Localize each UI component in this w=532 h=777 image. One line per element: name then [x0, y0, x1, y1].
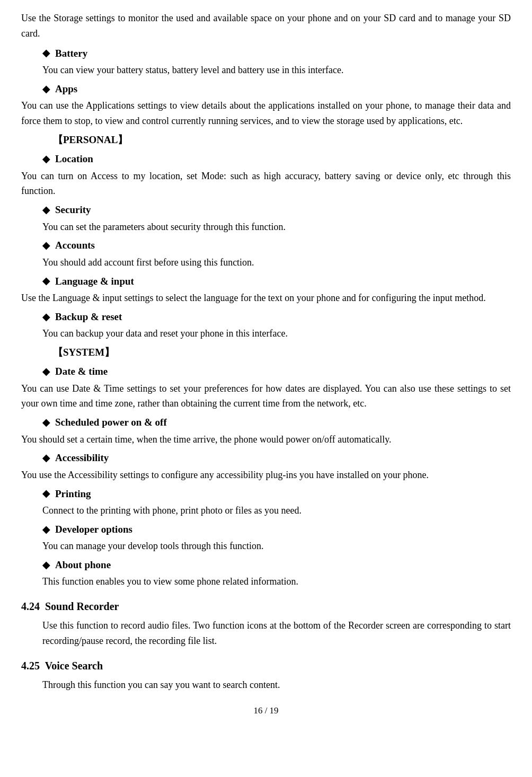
bullet-icon-datetime: ◆ — [42, 364, 50, 379]
security-paragraph: You can set the parameters about securit… — [21, 219, 511, 235]
location-title: Location — [55, 151, 93, 167]
bullet-icon-location: ◆ — [42, 152, 50, 167]
accessibility-title: Accessibility — [55, 450, 109, 466]
sound-recorder-title: Sound Recorder — [45, 601, 119, 612]
top-paragraph: Use the Storage settings to monitor the … — [21, 11, 511, 41]
bullet-icon-security: ◆ — [42, 202, 50, 218]
printing-title: Printing — [55, 486, 91, 502]
accounts-paragraph: You should add account first before usin… — [21, 255, 511, 270]
bullet-icon-language: ◆ — [42, 273, 50, 289]
language-paragraph: Use the Language & input settings to sel… — [21, 290, 511, 306]
sound-recorder-number: 4.24 — [21, 601, 40, 612]
voice-search-paragraph: Through this function you can say you wa… — [21, 677, 511, 693]
accounts-title: Accounts — [55, 237, 95, 253]
datetime-paragraph: You can use Date & Time settings to set … — [21, 381, 511, 412]
main-content: Use the Storage settings to monitor the … — [21, 11, 511, 718]
backup-heading: ◆ Backup & reset — [21, 309, 511, 325]
scheduled-paragraph: You should set a certain time, when the … — [21, 432, 511, 447]
printing-paragraph: Connect to the printing with phone, prin… — [21, 503, 511, 518]
developer-heading: ◆ Developer options — [21, 522, 511, 537]
system-header: 【SYSTEM】 — [21, 345, 511, 360]
backup-paragraph: You can backup your data and reset your … — [21, 326, 511, 341]
scheduled-heading: ◆ Scheduled power on & off — [21, 414, 511, 430]
bullet-icon-scheduled: ◆ — [42, 415, 50, 430]
about-title: About phone — [55, 557, 111, 573]
bullet-icon-apps: ◆ — [42, 82, 50, 97]
printing-heading: ◆ Printing — [21, 486, 511, 502]
voice-search-number: 4.25 — [21, 660, 40, 672]
accessibility-paragraph: You use the Accessibility settings to co… — [21, 467, 511, 483]
bullet-icon-developer: ◆ — [42, 522, 50, 537]
accounts-heading: ◆ Accounts — [21, 237, 511, 253]
scheduled-title: Scheduled power on & off — [55, 414, 167, 430]
bullet-icon-accessibility: ◆ — [42, 451, 50, 466]
backup-title: Backup & reset — [55, 309, 122, 325]
developer-title: Developer options — [55, 522, 132, 537]
datetime-heading: ◆ Date & time — [21, 364, 511, 379]
bullet-icon-battery: ◆ — [42, 46, 50, 61]
bullet-icon-backup: ◆ — [42, 310, 50, 325]
battery-title: Battery — [55, 46, 87, 61]
apps-title: Apps — [55, 81, 77, 97]
battery-heading: ◆ Battery — [21, 46, 511, 61]
accessibility-heading: ◆ Accessibility — [21, 450, 511, 466]
voice-search-section-heading: 4.25 Voice Search — [21, 657, 511, 674]
sound-recorder-section-heading: 4.24 Sound Recorder — [21, 598, 511, 615]
bullet-icon-about: ◆ — [42, 558, 50, 573]
about-heading: ◆ About phone — [21, 557, 511, 573]
page-indicator: 16 / 19 — [21, 703, 511, 718]
bullet-icon-printing: ◆ — [42, 486, 50, 501]
location-heading: ◆ Location — [21, 151, 511, 167]
language-title: Language & input — [55, 273, 134, 289]
sound-recorder-paragraph: Use this function to record audio files.… — [21, 618, 511, 649]
about-paragraph: This function enables you to view some p… — [21, 574, 511, 589]
datetime-title: Date & time — [55, 364, 108, 379]
security-title: Security — [55, 202, 91, 218]
personal-header: 【PERSONAL】 — [21, 132, 511, 148]
language-heading: ◆ Language & input — [21, 273, 511, 289]
apps-heading: ◆ Apps — [21, 81, 511, 97]
battery-paragraph: You can view your battery status, batter… — [21, 63, 511, 78]
voice-search-title: Voice Search — [45, 660, 103, 672]
developer-paragraph: You can manage your develop tools throug… — [21, 538, 511, 554]
security-heading: ◆ Security — [21, 202, 511, 218]
location-paragraph: You can turn on Access to my location, s… — [21, 169, 511, 199]
bullet-icon-accounts: ◆ — [42, 238, 50, 253]
apps-paragraph: You can use the Applications settings to… — [21, 98, 511, 129]
